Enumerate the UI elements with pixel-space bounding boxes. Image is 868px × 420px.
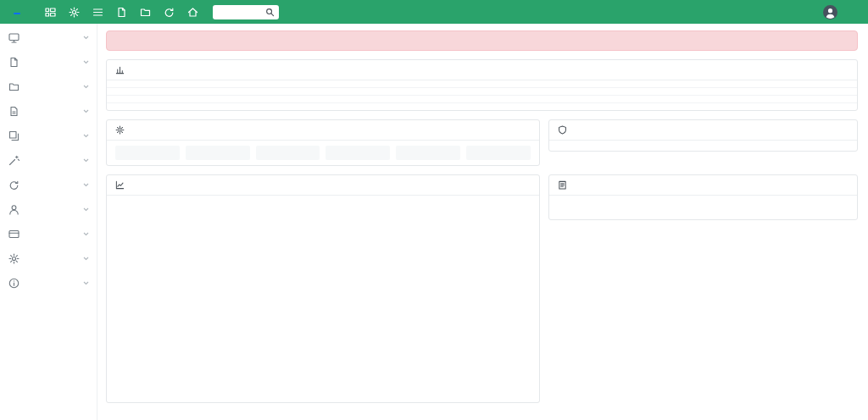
gear-icon: [115, 125, 125, 135]
middle-row: [106, 111, 858, 166]
user-menu[interactable]: [823, 5, 843, 19]
document-list-icon: [558, 180, 567, 190]
software-info-item: [396, 146, 460, 160]
column-header: [707, 80, 857, 88]
chevron-down-icon: [83, 281, 89, 285]
batch-icon: [8, 130, 20, 141]
cell-pv: [257, 87, 407, 95]
chevron-down-icon: [83, 85, 89, 89]
nav-files-icon[interactable]: [139, 6, 152, 19]
chevron-down-icon: [83, 60, 89, 64]
alert-line: [117, 36, 847, 46]
chevron-down-icon: [83, 232, 89, 236]
cell-vv: [707, 102, 857, 110]
avatar: [823, 5, 837, 19]
chevron-down-icon: [83, 257, 89, 261]
cell-ip: [557, 102, 707, 110]
credit-card-icon: [8, 229, 20, 240]
cell-vv: [707, 95, 857, 102]
cell-ip: [557, 95, 707, 102]
sidebar-item-batch-maintain[interactable]: [0, 124, 97, 148]
sidebar-item-system-settings[interactable]: [0, 246, 97, 271]
software-info-item: [186, 146, 250, 160]
nav-settings-icon[interactable]: [68, 6, 81, 19]
sidebar: [0, 24, 97, 420]
row-label: [107, 95, 257, 102]
traffic-table-header: [107, 60, 857, 80]
nav-menu-icon[interactable]: [92, 6, 104, 19]
column-header: [257, 80, 407, 88]
nav-home-icon[interactable]: [186, 6, 199, 19]
software-info-item: [256, 146, 320, 160]
software-info-item: [115, 146, 180, 160]
cell-uv: [407, 87, 557, 95]
nav-refresh-icon[interactable]: [163, 6, 175, 19]
file-text-icon: [8, 106, 20, 117]
latest-docs-header: [549, 175, 857, 196]
nav-docs-icon[interactable]: [115, 6, 128, 19]
line-chart-icon: [115, 180, 125, 190]
chevron-down-icon: [83, 158, 89, 163]
cell-uv: [407, 102, 557, 110]
site-brand[interactable]: [8, 9, 20, 14]
license-card: [548, 119, 858, 152]
sidebar-item-payment[interactable]: [0, 222, 97, 246]
topbar: [0, 0, 868, 24]
table-row: [107, 95, 857, 102]
sidebar-item-attachment[interactable]: [0, 75, 97, 99]
traffic-chart: [107, 196, 539, 402]
column-header: [557, 80, 707, 88]
cell-uv: [407, 95, 557, 102]
sidebar-item-doc-model[interactable]: [0, 99, 97, 124]
desktop-icon: [8, 32, 20, 43]
file-icon: [8, 57, 20, 68]
cell-ip: [557, 87, 707, 95]
safe-badge[interactable]: [14, 13, 20, 14]
latest-docs-card: [548, 174, 858, 220]
info-icon: [8, 278, 20, 289]
software-info-grid: [107, 141, 539, 165]
chevron-down-icon: [83, 183, 89, 187]
license-header: [549, 120, 857, 141]
magic-icon: [8, 155, 20, 166]
cell-vv: [707, 87, 857, 95]
software-info-item: [466, 146, 531, 160]
bottom-row: [106, 166, 858, 403]
sidebar-item-common-ops[interactable]: [0, 25, 97, 50]
traffic-table: [107, 80, 857, 110]
search-input[interactable]: [217, 8, 265, 16]
chevron-down-icon: [83, 36, 89, 40]
traffic-col-spacer: [107, 80, 257, 88]
software-info-header: [107, 120, 539, 141]
refresh-icon: [8, 180, 20, 191]
traffic-chart-header: [107, 175, 539, 196]
sidebar-item-plugin[interactable]: [0, 148, 97, 173]
shield-icon: [558, 125, 567, 135]
traffic-chart-svg: [112, 199, 471, 402]
license-body: [549, 141, 857, 151]
sidebar-item-site-update[interactable]: [0, 173, 97, 197]
bar-chart-icon: [115, 65, 125, 75]
traffic-chart-card: [106, 174, 540, 403]
column-header: [407, 80, 557, 88]
traffic-table-card: [106, 59, 858, 111]
sidebar-item-system-help[interactable]: [0, 271, 97, 296]
user-icon: [8, 204, 20, 215]
chevron-down-icon: [83, 109, 89, 113]
table-header-row: [107, 80, 857, 88]
row-label: [107, 102, 257, 110]
software-info-card: [106, 119, 540, 166]
empty-state: [549, 196, 857, 219]
security-alert: [106, 30, 858, 51]
row-label: [107, 87, 257, 95]
cell-pv: [257, 102, 407, 110]
sidebar-item-member[interactable]: [0, 197, 97, 222]
folder-icon: [8, 81, 20, 92]
search-box: [213, 5, 279, 19]
main-content: [97, 24, 868, 420]
cell-pv: [257, 95, 407, 102]
nav-modules-icon[interactable]: [44, 6, 57, 19]
sidebar-item-doc-management[interactable]: [0, 50, 97, 75]
table-row: [107, 87, 857, 95]
search-icon[interactable]: [265, 8, 275, 17]
